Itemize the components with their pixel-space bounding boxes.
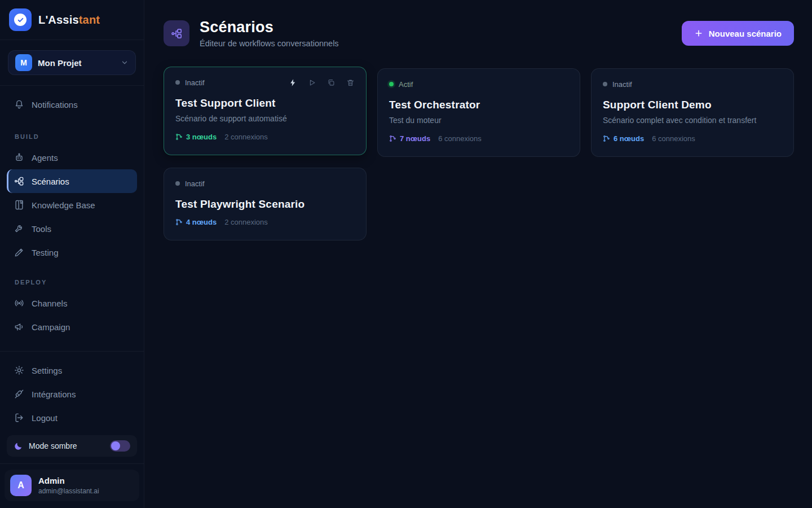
scenario-card[interactable]: Inactif Test Support Client <box>164 67 367 155</box>
moon-icon <box>14 441 23 451</box>
sidebar-item-label: Scénarios <box>32 177 69 186</box>
dark-mode-row: Mode sombre <box>7 435 137 457</box>
status-dot <box>389 82 394 86</box>
connections-count: 6 connexions <box>438 134 482 143</box>
scenario-card[interactable]: Inactif Test Playwright Scenario 4 nœuds… <box>164 168 367 240</box>
sidebar-bottom-nav: Settings Intégrations Logout <box>0 357 144 430</box>
sidebar-item-channels[interactable]: Channels <box>7 291 137 315</box>
chevron-down-icon <box>121 59 129 67</box>
sidebar-divider <box>0 351 144 352</box>
sidebar-item-logout[interactable]: Logout <box>7 406 137 430</box>
scenario-title: Test Playwright Scenario <box>175 198 355 211</box>
sidebar-item-agents[interactable]: Agents <box>7 146 137 169</box>
card-actions <box>289 78 355 87</box>
robot-icon <box>14 152 25 163</box>
new-scenario-button-label: Nouveau scénario <box>709 29 782 38</box>
status-dot <box>603 82 607 86</box>
sidebar-item-scenarios[interactable]: Scénarios <box>7 169 137 193</box>
scenario-description: Scénario de support automatisé <box>175 114 355 123</box>
sidebar-item-label: Campaign <box>32 322 70 332</box>
project-selector-wrap: M Mon Projet <box>0 40 144 86</box>
brand-name-accent: tant <box>79 14 100 26</box>
scenario-grid: Inactif Test Support Client <box>164 68 794 240</box>
brand-logo <box>9 8 32 31</box>
sidebar: L'Assistant M Mon Projet Notifications B… <box>0 0 144 508</box>
sidebar-item-label: Knowledge Base <box>32 200 95 210</box>
branch-icon <box>603 135 610 142</box>
status-label: Inactif <box>612 80 632 89</box>
sidebar-item-label: Intégrations <box>32 389 76 399</box>
status-dot <box>175 181 180 186</box>
project-name: Mon Projet <box>38 58 82 68</box>
workflow-icon <box>164 20 189 46</box>
scenario-description: Scénario complet avec condition et trans… <box>603 116 782 125</box>
nodes-count: 6 nœuds <box>603 134 644 143</box>
sidebar-item-notifications[interactable]: Notifications <box>7 93 137 116</box>
plus-icon <box>694 29 703 38</box>
play-icon[interactable] <box>308 78 316 87</box>
nodes-count: 7 nœuds <box>389 134 430 143</box>
sidebar-item-label: Tools <box>32 224 51 234</box>
sidebar-item-campaign[interactable]: Campaign <box>7 315 137 339</box>
branch-icon <box>175 133 183 141</box>
scenario-description: Test du moteur <box>389 116 568 125</box>
connections-count: 2 connexions <box>224 218 268 226</box>
sidebar-item-label: Logout <box>32 413 58 423</box>
project-selector[interactable]: M Mon Projet <box>8 50 136 75</box>
activate-icon[interactable] <box>289 78 297 87</box>
pen-icon <box>14 247 25 258</box>
logout-icon <box>14 412 25 423</box>
user-email: admin@lassistant.ai <box>38 487 99 495</box>
sidebar-spacer <box>0 339 144 345</box>
dark-mode-label: Mode sombre <box>29 441 77 450</box>
book-icon <box>14 199 25 211</box>
status-label: Actif <box>399 80 413 89</box>
sidebar-item-settings[interactable]: Settings <box>7 358 137 382</box>
sidebar-item-label: Notifications <box>32 100 78 110</box>
status-label: Inactif <box>185 78 205 87</box>
sidebar-item-testing[interactable]: Testing <box>7 240 137 264</box>
new-scenario-button[interactable]: Nouveau scénario <box>682 21 794 46</box>
connections-count: 2 connexions <box>224 133 268 141</box>
gear-icon <box>14 365 25 376</box>
scenario-title: Support Client Demo <box>603 99 782 111</box>
scenario-title: Test Support Client <box>175 97 355 110</box>
page-subtitle: Éditeur de workflows conversationnels <box>200 39 339 48</box>
dark-mode-toggle[interactable] <box>110 440 130 452</box>
workflow-icon <box>14 176 25 187</box>
delete-icon[interactable] <box>346 78 355 87</box>
page-header: Scénarios Éditeur de workflows conversat… <box>164 19 794 48</box>
scenario-title: Test Orchestrator <box>389 99 568 111</box>
section-label-build: BUILD <box>7 133 137 140</box>
sidebar-item-label: Testing <box>32 248 59 257</box>
sidebar-item-label: Agents <box>32 153 58 163</box>
scenario-card[interactable]: Actif Test Orchestrator Test du moteur 7… <box>377 68 580 157</box>
status-dot <box>175 80 180 85</box>
duplicate-icon[interactable] <box>327 78 336 87</box>
user-name: Admin <box>38 476 99 485</box>
scenario-card[interactable]: Inactif Support Client Demo Scénario com… <box>591 68 794 157</box>
status-label: Inactif <box>185 179 205 188</box>
branch-icon <box>175 218 183 226</box>
toggle-knob <box>111 441 120 450</box>
avatar: A <box>10 475 32 496</box>
broadcast-icon <box>14 297 25 309</box>
bell-icon <box>14 99 25 110</box>
section-label-deploy: DEPLOY <box>7 279 137 286</box>
user-section: A Admin admin@lassistant.ai <box>0 463 144 508</box>
sidebar-nav: Notifications BUILD Agents Scénarios Kno… <box>0 86 144 339</box>
main-content: Scénarios Éditeur de workflows conversat… <box>144 0 812 508</box>
megaphone-icon <box>14 321 25 332</box>
user-card[interactable]: A Admin admin@lassistant.ai <box>5 470 139 501</box>
sidebar-item-label: Channels <box>32 299 67 308</box>
plug-icon <box>14 388 25 400</box>
sidebar-item-tools[interactable]: Tools <box>7 217 137 240</box>
connections-count: 6 connexions <box>652 134 695 143</box>
sidebar-item-knowledge-base[interactable]: Knowledge Base <box>7 193 137 217</box>
brand-name: L'Assistant <box>38 14 100 27</box>
wrench-icon <box>14 223 25 234</box>
nodes-count: 3 nœuds <box>175 133 217 141</box>
sidebar-item-integrations[interactable]: Intégrations <box>7 382 137 406</box>
nodes-count: 4 nœuds <box>175 218 217 226</box>
branch-icon <box>389 135 396 142</box>
